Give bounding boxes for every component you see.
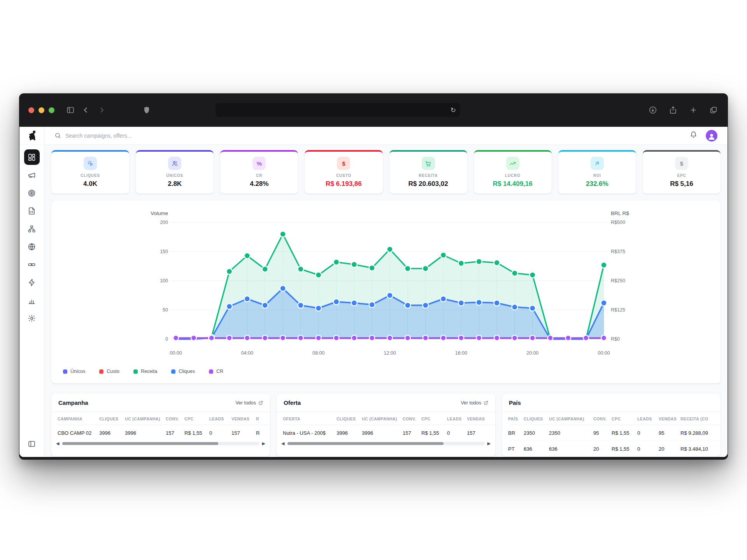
reload-icon[interactable]: ↻ [451,106,456,114]
notifications-bell-icon[interactable] [690,131,697,140]
bar-chart-icon [28,296,36,304]
table-cell: 3996 [337,425,362,441]
table-cell: 20 [659,441,680,457]
legend-swatch [171,369,175,374]
legend-item-custo[interactable]: Custo [99,369,119,374]
kpi-card-epc: $EPCR$ 5,16 [643,150,721,194]
url-bar[interactable]: ↻ [216,103,460,117]
legend-item-receita[interactable]: Receita [133,369,157,374]
panel-left-icon [28,440,36,448]
tab-overview-icon[interactable] [708,105,719,115]
app-logo[interactable] [19,127,44,145]
kpi-value: 2.8K [168,180,182,188]
legend-label: Custo [107,369,119,374]
cart-icon [422,157,435,170]
sidebar-item-link[interactable] [24,257,40,272]
ver-todos-link[interactable]: Ver todos [461,400,488,406]
megaphone-icon [28,171,36,179]
table-card-pais: PaísPAÍSCLIQUESUC (CAMPANHA)CONV.CPCLEAD… [502,394,721,457]
sidebar-item-target[interactable] [24,185,40,201]
column-header: OFERTA [283,412,337,425]
sidebar-item-globe[interactable] [24,239,40,254]
table-scroll-area: OFERTACLIQUESUC (CAMPANHA)CONV.CPCLEADSV… [277,412,495,441]
scrollbar-track[interactable] [287,442,484,445]
downloads-icon[interactable] [648,105,658,115]
legend-label: CR [216,369,223,374]
table-card-oferta: OfertaVer todosOFERTACLIQUESUC (CAMPANHA… [277,394,495,457]
page-content: CLIQUES4.0KÚNICOS2.8K%CR4.28%$CUSTOR$ 6.… [19,127,728,457]
sidebar-item-megaphone[interactable] [24,167,40,183]
link-label: Ver todos [461,400,481,406]
legend-label: Receita [141,369,157,374]
zoom-window-button[interactable] [49,107,54,113]
kpi-label: CUSTO [336,173,351,178]
column-header: UC (CAMPANHA) [549,412,593,425]
column-header: PAÍS [508,412,524,425]
legend-item-únicos[interactable]: Únicos [63,369,85,374]
column-header: CPC [184,412,209,425]
collapse-sidebar-button[interactable] [24,436,40,452]
user-avatar[interactable] [706,130,717,142]
scroll-left-arrow[interactable]: ◀ [281,441,284,446]
globe-icon [28,243,36,251]
scroll-right-arrow[interactable]: ▶ [487,441,491,446]
scroll-left-arrow[interactable]: ◀ [56,441,59,446]
scrollbar-thumb[interactable] [288,442,444,445]
legend-item-cliques[interactable]: Cliques [171,369,195,374]
svg-text:R$500: R$500 [611,220,625,225]
target-icon [28,189,36,197]
sidebar-item-zap[interactable] [24,275,40,290]
sidebar-item-gear[interactable] [24,310,40,326]
click-icon [84,157,97,170]
traffic-chart-card: 0R$050R$125100R$250150R$375200R$500Volum… [51,201,721,383]
scrollbar-thumb[interactable] [62,442,218,445]
table-cell: 20 [593,441,612,457]
scroll-right-arrow[interactable]: ▶ [262,441,265,446]
search-input[interactable] [65,133,229,139]
kpi-label: LUCRO [505,173,521,178]
window-controls [28,107,54,113]
forward-button[interactable] [96,105,107,115]
kpi-value: 4.28% [250,180,268,188]
kpi-card-lucro: LUCROR$ 14.409,16 [474,150,552,194]
close-window-button[interactable] [28,107,34,113]
table-cell: R$ 9.288,09 [680,425,721,441]
back-button[interactable] [81,105,91,115]
table-row: CBO CAMP 0239963996157R$ 1,550157R [58,425,270,441]
column-header: CLIQUES [524,412,549,425]
browser-sidebar-toggle-icon[interactable] [65,105,75,115]
sidebar-item-dashboard[interactable] [24,149,40,165]
sidebar-item-bar-chart[interactable] [24,292,40,308]
file-code-icon [28,207,36,215]
column-header: CONV. [593,412,612,425]
link-icon [28,261,36,269]
table-cell: Nutra - USA - 200$ [283,425,337,441]
kpi-label: CLIQUES [81,173,100,178]
sidebar-nav [24,145,40,326]
ver-todos-link[interactable]: Ver todos [235,400,263,406]
table-cell: R$ 1,55 [184,425,209,441]
svg-text:Volume: Volume [151,210,168,216]
column-header: CONV. [166,412,184,425]
legend-item-cr[interactable]: CR [209,369,223,374]
kpi-value: R$ 14.409,16 [493,180,533,188]
minimize-window-button[interactable] [39,107,44,113]
table-cell: 3996 [125,425,166,441]
column-header: LEADS [447,412,467,425]
table-row: BR2350235095R$ 1,55095R$ 9.288,09 [508,425,721,441]
table-card-campanha: CampanhaVer todosCAMPANHACLIQUESUC (CAMP… [51,394,270,457]
share-icon[interactable] [668,105,678,115]
table-title: Campanha [58,399,88,406]
svg-text:BRL R$: BRL R$ [611,210,629,216]
svg-text:0: 0 [165,336,168,342]
table-title: País [509,399,521,406]
table-cell: 636 [524,441,549,457]
sidebar-item-file-code[interactable] [24,203,40,219]
sidebar-item-sitemap[interactable] [24,221,40,236]
scrollbar-track[interactable] [62,442,259,445]
table-cell: 157 [467,425,495,441]
new-tab-icon[interactable] [688,105,698,115]
legend-label: Únicos [70,369,85,374]
kpi-card-receita: RECEITAR$ 20.603,02 [389,150,467,194]
app-main: CLIQUES4.0KÚNICOS2.8K%CR4.28%$CUSTOR$ 6.… [44,127,728,457]
